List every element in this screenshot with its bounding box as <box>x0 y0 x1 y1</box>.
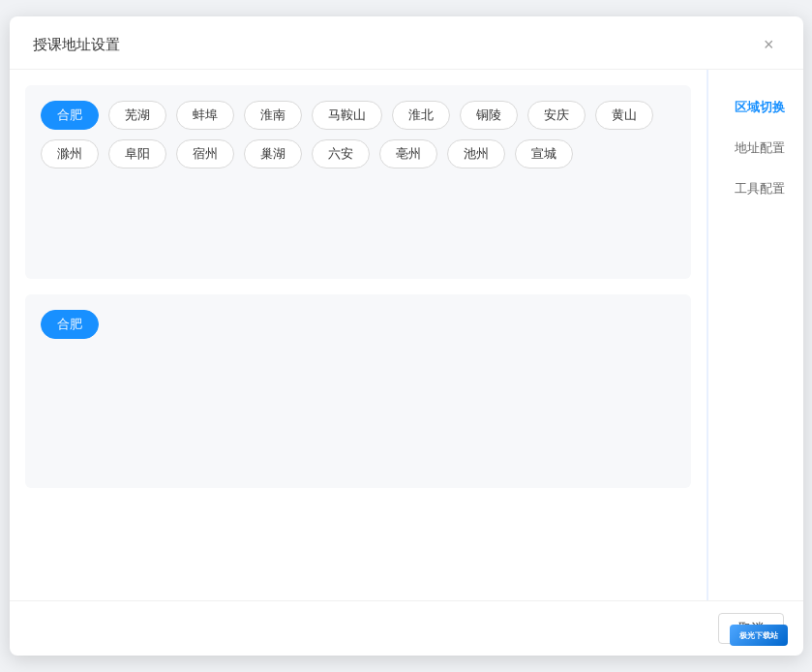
selected-tag-hefei2[interactable]: 合肥 <box>41 310 99 339</box>
tag-bengbu[interactable]: 蚌埠 <box>176 101 234 130</box>
tag-fuyang[interactable]: 阜阳 <box>108 139 166 168</box>
watermark-logo: 极光下载站 <box>730 625 788 646</box>
tag-huaibei[interactable]: 淮北 <box>392 101 450 130</box>
sidebar: 区域切换地址配置工具配置 <box>707 70 803 600</box>
tag-wuhu[interactable]: 芜湖 <box>108 101 166 130</box>
main-content: 合肥芜湖蚌埠淮南马鞍山淮北铜陵安庆黄山滁州阜阳宿州巢湖六安亳州池州宣城 合肥 <box>10 70 707 600</box>
tag-tongling[interactable]: 铜陵 <box>460 101 518 130</box>
dialog-footer: 取消 极光下载站 <box>10 600 803 656</box>
tag-huainan[interactable]: 淮南 <box>244 101 302 130</box>
dialog-title: 授课地址设置 <box>33 36 120 54</box>
tag-chizhou[interactable]: 池州 <box>447 139 505 168</box>
tag-chuzhou[interactable]: 滁州 <box>41 139 99 168</box>
watermark: 极光下载站 <box>730 625 788 646</box>
tag-maanshan[interactable]: 马鞍山 <box>312 101 382 130</box>
dialog: 授课地址设置 × 合肥芜湖蚌埠淮南马鞍山淮北铜陵安庆黄山滁州阜阳宿州巢湖六安亳州… <box>10 16 803 656</box>
tag-luan[interactable]: 六安 <box>312 139 370 168</box>
sidebar-item-address[interactable]: 地址配置 <box>708 130 803 167</box>
tag-xuancheng[interactable]: 宣城 <box>515 139 573 168</box>
tag-suzhou[interactable]: 宿州 <box>176 139 234 168</box>
tag-huangshan[interactable]: 黄山 <box>595 101 653 130</box>
bottom-tags-area: 合肥 <box>41 310 676 339</box>
sidebar-item-region[interactable]: 区域切换 <box>708 89 803 126</box>
dialog-body: 合肥芜湖蚌埠淮南马鞍山淮北铜陵安庆黄山滁州阜阳宿州巢湖六安亳州池州宣城 合肥 区… <box>10 70 803 600</box>
close-button[interactable]: × <box>758 34 780 55</box>
tag-anqing[interactable]: 安庆 <box>527 101 586 130</box>
top-panel: 合肥芜湖蚌埠淮南马鞍山淮北铜陵安庆黄山滁州阜阳宿州巢湖六安亳州池州宣城 <box>25 85 691 279</box>
tag-hefei[interactable]: 合肥 <box>41 101 99 130</box>
sidebar-item-tools[interactable]: 工具配置 <box>708 170 803 207</box>
bottom-panel: 合肥 <box>25 294 691 488</box>
tag-chaohu[interactable]: 巢湖 <box>244 139 302 168</box>
tag-bozhou[interactable]: 亳州 <box>379 139 437 168</box>
dialog-header: 授课地址设置 × <box>10 16 803 70</box>
top-tags-area: 合肥芜湖蚌埠淮南马鞍山淮北铜陵安庆黄山滁州阜阳宿州巢湖六安亳州池州宣城 <box>41 101 676 168</box>
